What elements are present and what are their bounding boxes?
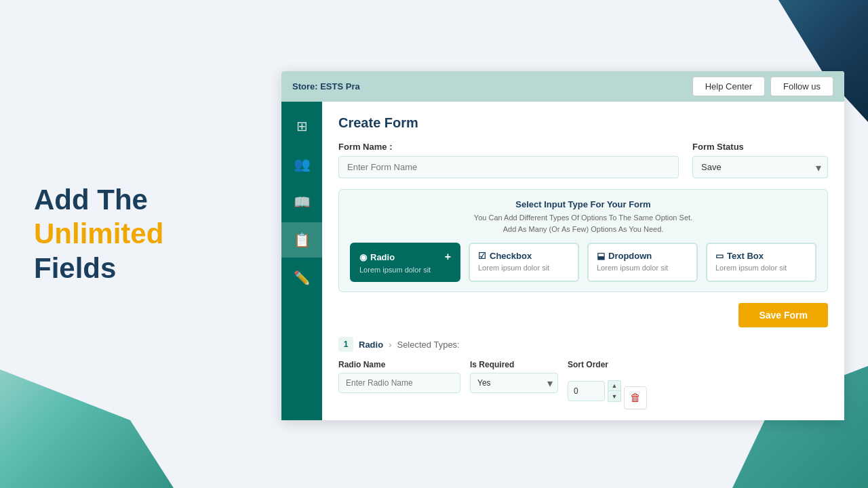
sidebar-item-dashboard[interactable]: ⊞ — [281, 108, 322, 144]
save-form-button[interactable]: Save Form — [738, 303, 828, 327]
sort-down-button[interactable]: ▼ — [608, 391, 621, 402]
sidebar-item-users[interactable]: 👥 — [281, 146, 322, 182]
input-type-subtitle: You Can Add Different Types Of Options T… — [350, 212, 816, 235]
edit-icon: ✏️ — [294, 270, 311, 286]
input-type-card-textbox[interactable]: ▭ Text Box Lorem ipsum dolor sit — [706, 243, 816, 282]
sidebar-item-edit[interactable]: ✏️ — [281, 260, 322, 296]
form-status-label: Form Status — [692, 142, 828, 152]
headline-line1: Add The — [34, 183, 163, 217]
sort-arrows: ▲ ▼ — [608, 380, 621, 402]
save-form-row: Save Form — [338, 303, 828, 327]
form-status-select-wrapper: Save Draft Active ▾ — [692, 156, 828, 178]
sidebar-item-forms[interactable]: 📋 — [281, 222, 322, 258]
top-bar-buttons: Help Center Follow us — [692, 77, 833, 96]
textbox-card-icon: ▭ — [715, 251, 724, 261]
textbox-card-header: ▭ Text Box — [715, 251, 807, 261]
dropdown-card-desc: Lorem ipsum dolor sit — [597, 264, 688, 272]
radio-name-label: Radio Name — [338, 360, 460, 369]
is-required-label: Is Required — [470, 360, 558, 369]
forms-icon: 📋 — [294, 232, 311, 248]
form-name-label: Form Name : — [338, 142, 679, 152]
sidebar: ⊞ 👥 📖 📋 ✏️ — [281, 102, 322, 420]
section-breadcrumb: Selected Types: — [397, 340, 459, 350]
sort-order-input-wrap: ▲ ▼ 🗑 — [568, 373, 647, 409]
sort-order-label: Sort Order — [568, 360, 647, 369]
is-required-select-wrapper: Yes No ▾ — [470, 373, 558, 393]
checkbox-card-desc: Lorem ipsum dolor sit — [478, 264, 570, 272]
radio-card-header: ◉ Radio + — [359, 251, 451, 263]
radio-fields-row: Radio Name Is Required Yes No ▾ Sort Ord… — [338, 360, 828, 409]
headline: Add The Unlimited Fields — [34, 183, 163, 285]
delete-radio-button[interactable]: 🗑 — [624, 386, 647, 409]
users-icon: 👥 — [294, 156, 311, 172]
headline-line3: Fields — [34, 251, 163, 285]
chevron-right-icon: › — [389, 340, 391, 350]
follow-us-button[interactable]: Follow us — [770, 77, 833, 96]
sidebar-item-catalog[interactable]: 📖 — [281, 184, 322, 220]
form-name-input[interactable] — [338, 156, 679, 178]
radio-name-input[interactable] — [338, 373, 460, 393]
dropdown-card-icon: ⬓ — [597, 251, 605, 261]
dropdown-card-header: ⬓ Dropdown — [597, 251, 688, 261]
input-type-card-dropdown[interactable]: ⬓ Dropdown Lorem ipsum dolor sit — [587, 243, 698, 282]
radio-card-icon: ◉ — [359, 252, 367, 262]
input-type-options: ◉ Radio + Lorem ipsum dolor sit ☑ Che — [350, 243, 816, 282]
radio-card-plus-icon: + — [445, 251, 451, 263]
form-name-group: Form Name : — [338, 142, 679, 178]
bg-decoration-bottom-left — [0, 319, 217, 488]
dropdown-card-title: ⬓ Dropdown — [597, 251, 652, 261]
is-required-group: Is Required Yes No ▾ — [470, 360, 558, 393]
section-number: 1 — [338, 337, 353, 352]
radio-card-desc: Lorem ipsum dolor sit — [359, 266, 451, 274]
app-body: ⊞ 👥 📖 📋 ✏️ Create Form Form Name : — [281, 102, 844, 420]
store-name: Store: ESTS Pra — [292, 81, 360, 92]
headline-line2: Unlimited — [34, 217, 163, 251]
form-header-row: Form Name : Form Status Save Draft Activ… — [338, 142, 828, 178]
input-type-box: Select Input Type For Your Form You Can … — [338, 189, 828, 292]
form-status-group: Form Status Save Draft Active ▾ — [692, 142, 828, 178]
input-type-title: Select Input Type For Your Form — [350, 199, 816, 209]
form-status-select[interactable]: Save Draft Active — [692, 156, 828, 178]
dashboard-icon: ⊞ — [296, 118, 308, 134]
checkbox-card-icon: ☑ — [478, 251, 486, 261]
main-content: Create Form Form Name : Form Status Save… — [322, 102, 844, 420]
catalog-icon: 📖 — [294, 194, 311, 210]
is-required-select[interactable]: Yes No — [470, 373, 558, 393]
section-type: Radio — [359, 340, 383, 350]
help-center-button[interactable]: Help Center — [692, 77, 765, 96]
sort-order-input[interactable] — [568, 381, 605, 401]
input-type-card-checkbox[interactable]: ☑ Checkbox Lorem ipsum dolor sit — [469, 243, 579, 282]
top-bar: Store: ESTS Pra Help Center Follow us — [281, 71, 844, 102]
radio-card-title: ◉ Radio — [359, 252, 395, 262]
textbox-card-desc: Lorem ipsum dolor sit — [715, 264, 807, 272]
checkbox-card-header: ☑ Checkbox — [478, 251, 570, 261]
radio-section-header: 1 Radio › Selected Types: — [338, 337, 828, 352]
sort-up-button[interactable]: ▲ — [608, 380, 621, 391]
checkbox-card-title: ☑ Checkbox — [478, 251, 532, 261]
trash-icon: 🗑 — [630, 392, 641, 404]
app-container: Store: ESTS Pra Help Center Follow us ⊞ … — [281, 71, 844, 420]
page-title: Create Form — [338, 115, 828, 131]
radio-name-group: Radio Name — [338, 360, 460, 393]
sort-order-group: Sort Order ▲ ▼ 🗑 — [568, 360, 647, 409]
input-type-card-radio[interactable]: ◉ Radio + Lorem ipsum dolor sit — [350, 243, 460, 282]
textbox-card-title: ▭ Text Box — [715, 251, 764, 261]
